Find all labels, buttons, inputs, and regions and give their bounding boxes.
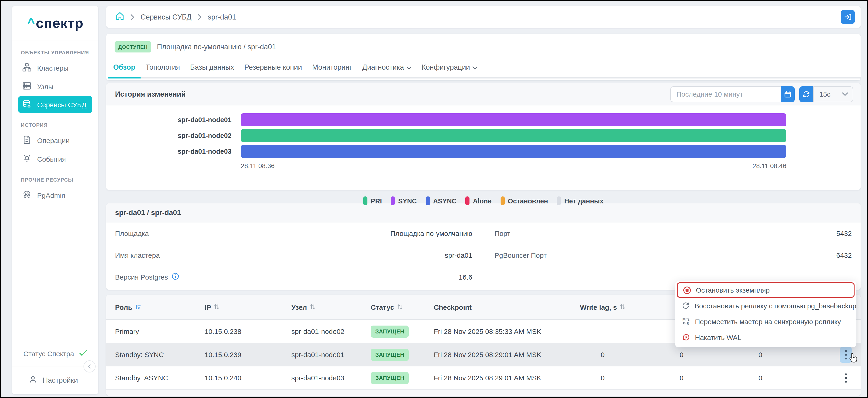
cell-flush-lag: 0 (642, 374, 721, 382)
chevron-down-icon (842, 92, 848, 96)
column-header-node[interactable]: Узел (291, 303, 371, 311)
cluster-info-header: spr-da01 / spr-da01 (106, 203, 861, 223)
timeline-row-label: spr-da01-node02 (106, 132, 231, 139)
timeline-row-label: spr-da01-node03 (106, 148, 231, 155)
info-row-pg-version: Версия Postgres 16.6 (115, 266, 472, 288)
db-services-icon (22, 99, 32, 110)
stop-icon (682, 286, 691, 294)
cell-ip: 10.15.0.238 (205, 328, 291, 335)
sort-updown-icon (397, 303, 402, 311)
info-icon[interactable] (172, 273, 179, 281)
logout-button[interactable] (841, 10, 855, 24)
cell-status: ЗАПУЩЕН (371, 325, 434, 337)
cell-checkpoint: Fri 28 Nov 2025 08:35:33 AM MSK (434, 328, 563, 335)
tab-topology[interactable]: Топология (140, 63, 185, 79)
cell-checkpoint: Fri 28 Nov 2025 08:29:01 AM MSK (434, 374, 563, 382)
home-icon[interactable] (116, 11, 124, 22)
column-header-status[interactable]: Статус (371, 303, 434, 311)
menu-item-label: Накатить WAL (695, 333, 741, 341)
cell-node: spr-da01-node01 (291, 351, 371, 359)
info-value: 5432 (836, 229, 852, 237)
service-header: ДОСТУПЕН Площадка по-умолчанию / spr-da0… (106, 34, 861, 80)
tab-diagnostics[interactable]: Диагностика (357, 63, 416, 79)
status-badge: ЗАПУЩЕН (371, 325, 409, 337)
cell-node: spr-da01-node03 (291, 374, 371, 382)
sidebar-nav: ОБЪЕКТЫ УПРАВЛЕНИЯ Кластеры Узлы Сервисы… (12, 40, 98, 204)
timeline-bar-async[interactable] (241, 145, 786, 158)
cluster-info-title: spr-da01 / spr-da01 (115, 208, 181, 217)
logo-text: спектр (36, 15, 84, 31)
column-header-checkpoint: Checkpoint (434, 303, 563, 311)
menu-item-apply-wal[interactable]: Накатить WAL (677, 329, 855, 345)
info-row-port: Порт 5432 (495, 223, 852, 244)
tab-backups[interactable]: Резервные копии (239, 63, 307, 79)
cell-write-lag: 0 (563, 351, 642, 359)
timeline-bar-sync[interactable] (241, 113, 786, 126)
tab-overview[interactable]: Обзор (108, 63, 140, 79)
cell-write-lag: 0 (563, 374, 642, 382)
refresh-interval-select[interactable]: 15c (813, 86, 853, 102)
pgadmin-elephant-icon (22, 190, 32, 200)
sidebar-item-events[interactable]: События (18, 150, 92, 168)
calendar-button[interactable] (781, 86, 795, 102)
legend-item-stopped: Остановлен (500, 196, 548, 205)
info-value: 16.6 (459, 273, 472, 281)
refresh-button[interactable] (799, 86, 813, 102)
table-row-standby-async[interactable]: Standby: ASYNC 10.15.0.240 spr-da01-node… (106, 366, 861, 390)
breadcrumb-level1[interactable]: Сервисы СУБД (141, 13, 191, 21)
legend-swatch-pri (363, 196, 367, 205)
tab-monitoring[interactable]: Мониторинг (307, 63, 357, 79)
row-actions-kebab-icon[interactable] (840, 370, 852, 386)
legend-item-alone: Alone (466, 196, 492, 205)
sidebar: ^спектр ОБЪЕКТЫ УПРАВЛЕНИЯ Кластеры Узлы… (12, 6, 98, 394)
sidebar-item-pgadmin[interactable]: PgAdmin (18, 186, 92, 204)
pg-basebackup-restore-icon (682, 302, 690, 310)
sort-updown-icon (214, 303, 219, 311)
column-header-role[interactable]: Роль (115, 303, 205, 311)
time-range-input[interactable] (670, 86, 781, 102)
legend-item-nodata: Нет данных (557, 196, 603, 205)
cell-ip: 10.15.0.240 (205, 374, 291, 382)
sidebar-section-other: ПРОЧИЕ РЕСУРСЫ (21, 177, 92, 182)
menu-item-label: Остановить экземпляр (696, 286, 770, 294)
legend-item-async: ASYNC (426, 196, 457, 205)
logo-caret-icon: ^ (27, 15, 35, 31)
menu-item-switchover[interactable]: MS Переместить мастер на синхронную репл… (677, 313, 855, 329)
timeline-bar-pri[interactable] (241, 129, 786, 142)
status-badge: ЗАПУЩЕН (371, 348, 409, 361)
info-label: Имя кластера (115, 251, 160, 259)
cluster-info-body: Площадка Площадка по-умолчанию Имя класт… (106, 223, 861, 288)
breadcrumb: Сервисы СУБД spr-da01 (106, 6, 861, 28)
timeline-end-time: 28.11 08:46 (705, 162, 786, 170)
legend-swatch-async (426, 196, 430, 205)
column-header-ip[interactable]: IP (205, 303, 291, 311)
legend-item-pri: PRI (363, 196, 382, 205)
spektr-status-label: Статус Спектра (24, 349, 74, 358)
chevron-right-icon (197, 14, 202, 20)
sidebar-item-db-services[interactable]: Сервисы СУБД (18, 96, 92, 113)
chevron-down-icon (472, 63, 477, 72)
history-panel-header: История изменений 15c (106, 83, 861, 106)
service-header-top: ДОСТУПЕН Площадка по-умолчанию / spr-da0… (115, 41, 852, 53)
column-header-write-lag[interactable]: Write lag, s (563, 303, 642, 311)
menu-item-stop-instance[interactable]: Остановить экземпляр (677, 282, 855, 298)
tab-configurations[interactable]: Конфигурации (416, 63, 483, 79)
menu-item-restore-replica[interactable]: Восстановить реплику с помощью pg_baseba… (677, 298, 855, 313)
info-value: 6432 (836, 251, 852, 259)
sidebar-collapse-button[interactable] (84, 360, 96, 372)
cell-status: ЗАПУЩЕН (371, 372, 434, 384)
tab-databases[interactable]: Базы данных (185, 63, 239, 79)
history-panel: История изменений 15c (106, 83, 861, 190)
sidebar-item-label: События (37, 155, 66, 163)
timeline-legend: PRI SYNC ASYNC Alone Остановлен Нет данн… (106, 196, 861, 205)
sort-asc-active-icon (135, 303, 141, 311)
mouse-cursor-hand (848, 352, 860, 366)
sidebar-footer-divider (12, 366, 98, 366)
info-label: PgBouncer Порт (495, 251, 547, 259)
info-row-cluster-name: Имя кластера spr-da01 (115, 244, 472, 266)
sidebar-item-nodes[interactable]: Узлы (18, 78, 92, 95)
cell-actions (800, 347, 852, 363)
sidebar-item-clusters[interactable]: Кластеры (18, 59, 92, 77)
sidebar-item-label: Сервисы СУБД (37, 101, 86, 109)
sidebar-item-operations[interactable]: Операции (18, 132, 92, 149)
